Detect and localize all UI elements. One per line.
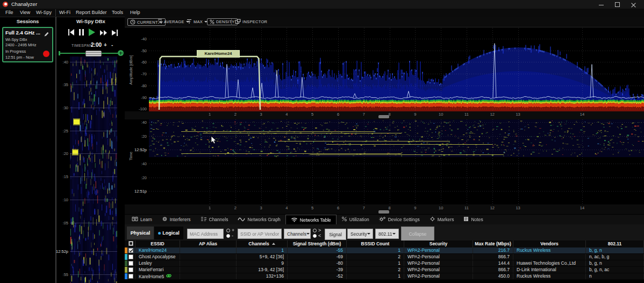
network-color-swatch — [125, 273, 127, 279]
network-checkbox[interactable] — [128, 254, 133, 259]
signal-greater-radio[interactable]: > — [313, 228, 321, 233]
axis-tick: 7 — [359, 112, 369, 117]
playback-controls — [68, 28, 118, 39]
link-icon — [166, 273, 171, 278]
menu-help[interactable]: Help — [130, 10, 140, 15]
percent-icon — [210, 19, 214, 24]
menu-wifi[interactable]: Wi-Fi — [59, 10, 70, 15]
network-row-lesley[interactable]: Lesley9-801WPA2-Personal144.4Huawei Tech… — [125, 260, 644, 267]
timespan-increase-button[interactable]: + — [104, 42, 107, 48]
slider-handle[interactable] — [85, 51, 102, 56]
mac-include-exclude-radios: + - — [226, 228, 234, 238]
cell-bssid_count: 2 — [347, 254, 404, 260]
menu-tools[interactable]: Tools — [112, 10, 123, 15]
play-button[interactable] — [88, 28, 96, 39]
cell-max_rate: 866.7 — [473, 254, 513, 260]
tab-learn[interactable]: Learn — [127, 215, 157, 224]
column-header-security[interactable]: Security — [404, 240, 473, 247]
skip-end-button[interactable] — [111, 29, 118, 38]
cell-bssid_count: 2 — [347, 267, 404, 273]
waterfall-plot[interactable] — [149, 119, 644, 204]
ssid-vendor-input[interactable] — [238, 229, 282, 239]
tab-label: Channels — [209, 217, 228, 222]
tab-channels[interactable]: Channels — [196, 215, 233, 224]
axis-tick: 12:52p — [127, 147, 147, 152]
signal-less-radio[interactable]: < — [313, 233, 321, 238]
axis-tick: 8 — [385, 112, 395, 117]
tab-notes[interactable]: Notes — [459, 215, 488, 224]
fast-forward-button[interactable] — [99, 29, 108, 38]
column-header-bssid-count[interactable]: BSSID Count — [347, 240, 404, 247]
menu-report-builder[interactable]: Report Builder — [76, 10, 107, 15]
maximize-button[interactable] — [612, 1, 624, 8]
axis-tick: 1 — [205, 206, 214, 210]
tab-utilization[interactable]: Utilization — [337, 215, 374, 224]
timespan-slider[interactable] — [58, 49, 125, 57]
mac-exclude-radio[interactable]: - — [226, 233, 234, 238]
close-button[interactable] — [628, 1, 640, 8]
inspector-button[interactable]: INSPECTOR — [235, 19, 267, 24]
cell-ap_alias — [180, 260, 237, 266]
tab-device-settings[interactable]: Device Settings — [374, 215, 425, 224]
axis-tick: 9 — [410, 206, 420, 210]
collapse-button[interactable]: Collapse — [401, 227, 434, 241]
axis-tick: -80 — [131, 83, 147, 88]
channels-filter-dropdown[interactable]: Channels — [284, 229, 311, 239]
axis-tick: 5 — [307, 206, 317, 210]
tab-networks-graph[interactable]: Networks Graph — [233, 215, 285, 224]
density-view-button[interactable]: DENSITY — [207, 18, 238, 25]
signal-compare-radios: > < — [313, 228, 321, 238]
slider-zoom-in-button[interactable] — [118, 50, 124, 56]
network-row-karelhome5[interactable]: KarelHome5132+136-521WPA2-Personal450.0R… — [125, 273, 644, 280]
tab-markers[interactable]: Markers — [425, 215, 459, 224]
standard-filter-dropdown[interactable]: 802.11 — [375, 229, 399, 239]
network-checkbox[interactable] — [128, 267, 133, 272]
column-header-802-11[interactable]: 802.11 — [586, 240, 644, 247]
column-header-channels[interactable]: Channels — [237, 240, 288, 247]
select-all-checkbox[interactable] — [128, 241, 133, 246]
mac-include-radio[interactable]: + — [226, 228, 234, 233]
axis-tick: 5 — [307, 112, 317, 117]
network-row-karelhome24[interactable]: KarelHome241-551WPA2-Personal216.7Ruckus… — [125, 247, 644, 254]
session-waterfall-plot[interactable] — [70, 56, 117, 283]
max-view-button[interactable]: MAX — [187, 19, 207, 24]
average-view-button[interactable]: AVERAGE — [158, 19, 189, 24]
column-header-ap-alias[interactable]: AP Alias — [180, 240, 237, 247]
network-checkbox[interactable] — [128, 261, 133, 266]
tab-networks-table[interactable]: Networks Table — [285, 215, 337, 224]
plot-splitter-bottom[interactable] — [378, 210, 389, 214]
column-header-vendors[interactable]: Vendors — [513, 240, 586, 247]
network-checkbox[interactable] — [128, 248, 133, 253]
column-header-signal-strength-dbm-[interactable]: Signal Strength (dBm) — [288, 240, 347, 247]
edit-pencil-icon[interactable] — [44, 30, 49, 39]
cell-signal: -52 — [288, 273, 347, 279]
minimize-button[interactable] — [596, 1, 607, 8]
column-header-essid[interactable]: ESSID — [135, 240, 180, 247]
timespan-decrease-button[interactable]: - — [111, 42, 113, 48]
session-card[interactable]: Full 2.4 GHz ... Wi-Spy DBx 2400 - 2495 … — [2, 27, 53, 62]
skip-back-button[interactable] — [68, 29, 75, 38]
network-row-ghost-apocalypse[interactable]: Ghost Apocalypse5+9, 42 [36]-692WPA2-Per… — [125, 254, 644, 260]
logical-toggle[interactable]: Logical — [154, 227, 183, 239]
pause-button[interactable] — [78, 29, 84, 38]
axis-tick: 14 — [577, 206, 587, 210]
tab-interferers[interactable]: Interferers — [157, 215, 196, 224]
network-checkbox[interactable] — [128, 274, 133, 279]
spectrum-density-plot[interactable] — [149, 28, 644, 111]
security-filter-dropdown[interactable]: Security — [347, 229, 373, 239]
sidebar-divider[interactable] — [55, 17, 56, 283]
axis-tick: 2 — [231, 112, 240, 117]
column-header-max-rate-mbps-[interactable]: Max Rate (Mbps) — [473, 240, 513, 247]
mac-address-input[interactable] — [187, 229, 224, 239]
toolbar-separator — [231, 19, 232, 25]
menu-wispy[interactable]: Wi-Spy — [36, 10, 52, 15]
menu-divider — [55, 9, 56, 16]
network-row-marieferrari[interactable]: MarieFerrari13-9, 42 [36]-392WPA2-Person… — [125, 267, 644, 273]
signal-filter-button[interactable]: Signal — [325, 229, 346, 240]
menu-file[interactable]: File — [5, 10, 13, 15]
menu-view[interactable]: View — [20, 10, 30, 15]
axis-tick: 7 — [359, 206, 369, 210]
network-overlay-label[interactable]: KarelHome24 — [197, 50, 240, 58]
timespan-label: TIMESPAN — [71, 44, 92, 47]
physical-toggle[interactable]: Physical — [127, 227, 154, 239]
